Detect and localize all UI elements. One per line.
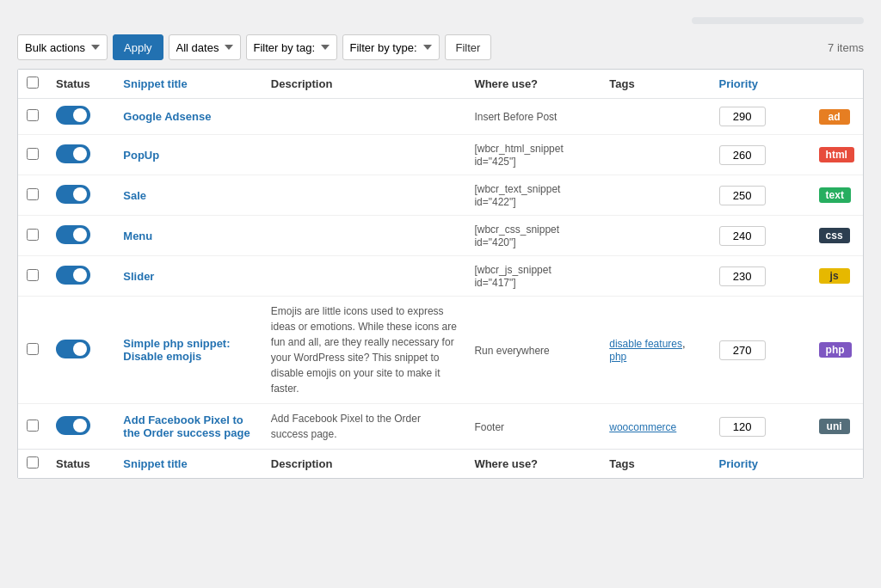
snippet-title-link[interactable]: Simple php snippet: Disable emojis <box>123 337 230 363</box>
select-all-checkbox[interactable] <box>27 77 39 89</box>
row-status-cell <box>47 175 114 216</box>
priority-input[interactable] <box>719 107 766 126</box>
row-priority-cell <box>711 216 810 256</box>
footer-status: Status <box>47 450 114 479</box>
row-priority-cell <box>711 256 810 297</box>
filter-by-type-select[interactable]: Filter by type: <box>342 34 440 60</box>
row-checkbox-cell <box>18 297 47 404</box>
snippet-title-link[interactable]: PopUp <box>123 149 159 162</box>
priority-input[interactable] <box>719 186 766 205</box>
row-where-use-cell: [wbcr_html_snippet id="425"] <box>465 135 601 175</box>
row-checkbox[interactable] <box>27 188 39 200</box>
snippet-title-link[interactable]: Google Adsense <box>123 110 211 123</box>
priority-input[interactable] <box>719 145 766 165</box>
row-badge-cell: php <box>810 297 863 404</box>
header-priority: Priority <box>711 70 810 99</box>
row-priority-cell <box>711 297 810 404</box>
row-priority-cell <box>711 175 810 216</box>
row-checkbox[interactable] <box>27 229 39 241</box>
row-tags-cell <box>601 175 710 216</box>
header-where-use: Where use? <box>465 70 601 99</box>
row-status-cell <box>47 99 114 135</box>
header-status: Status <box>47 70 114 99</box>
row-priority-cell <box>711 135 810 175</box>
footer-select-all-checkbox[interactable] <box>27 456 39 469</box>
row-tags-cell <box>601 256 710 297</box>
bulk-actions-select[interactable]: Bulk actions <box>17 34 108 60</box>
row-description-cell <box>262 216 466 256</box>
status-toggle[interactable] <box>56 225 90 244</box>
row-description-text: Add Facebook Pixel to the Order success … <box>271 413 421 440</box>
row-tags-cell <box>601 216 710 256</box>
type-badge: css <box>819 228 850 243</box>
table-row: Simple php snippet: Disable emojisEmojis… <box>18 297 863 404</box>
row-tags-cell: woocommerce <box>601 404 710 450</box>
row-checkbox-cell <box>18 175 47 216</box>
row-checkbox-cell <box>18 256 47 297</box>
all-dates-select[interactable]: All dates <box>169 34 241 60</box>
row-where-use-text: [wbcr_js_snippet id="417"] <box>474 264 551 289</box>
row-title-cell: Sale <box>114 175 262 216</box>
row-where-use-cell: [wbcr_js_snippet id="417"] <box>465 256 601 297</box>
row-badge-cell: ad <box>810 99 863 135</box>
item-count: 7 items <box>828 41 864 54</box>
table-header-row: Status Snippet title Description Where u… <box>18 70 863 99</box>
tag-link[interactable]: woocommerce <box>609 421 676 433</box>
priority-input[interactable] <box>719 226 766 246</box>
row-status-cell <box>47 216 114 256</box>
filter-button[interactable]: Filter <box>445 34 492 60</box>
status-toggle[interactable] <box>56 106 90 125</box>
row-priority-cell <box>711 404 810 450</box>
row-title-cell: Menu <box>114 216 262 256</box>
scrollbar-hint <box>692 17 864 24</box>
status-toggle[interactable] <box>56 144 90 163</box>
row-checkbox[interactable] <box>27 269 39 281</box>
row-where-use-cell: Run everywhere <box>465 297 601 404</box>
table-row: Menu[wbcr_css_snippet id="420"]css <box>18 216 863 256</box>
row-tags-cell <box>601 99 710 135</box>
snippet-title-link[interactable]: Menu <box>123 230 152 242</box>
row-where-use-text: [wbcr_html_snippet id="425"] <box>474 143 563 168</box>
row-checkbox-cell <box>18 216 47 256</box>
priority-input[interactable] <box>719 266 766 286</box>
status-toggle[interactable] <box>56 266 90 285</box>
apply-button[interactable]: Apply <box>113 34 163 60</box>
snippet-title-link[interactable]: Slider <box>123 270 154 283</box>
row-tags-cell <box>601 135 710 175</box>
snippet-title-link[interactable]: Sale <box>123 189 146 202</box>
type-badge: uni <box>819 419 850 434</box>
tag-link[interactable]: php <box>609 351 626 363</box>
row-priority-cell <box>711 99 810 135</box>
header-checkbox-cell <box>18 70 47 99</box>
row-checkbox[interactable] <box>27 109 39 121</box>
priority-input[interactable] <box>719 417 766 437</box>
type-badge: js <box>819 268 850 284</box>
filter-by-tag-select[interactable]: Filter by tag: <box>246 34 337 60</box>
row-where-use-text: Run everywhere <box>474 345 549 357</box>
footer-checkbox-cell <box>18 450 47 479</box>
status-toggle[interactable] <box>56 185 90 204</box>
row-title-cell: PopUp <box>114 135 262 175</box>
row-status-cell <box>47 135 114 175</box>
table-footer-row: Status Snippet title Description Where u… <box>18 450 863 479</box>
status-toggle[interactable] <box>56 340 90 358</box>
row-checkbox[interactable] <box>27 420 39 432</box>
row-checkbox[interactable] <box>27 148 39 160</box>
row-checkbox[interactable] <box>27 343 39 355</box>
row-tags-cell: disable features, php <box>601 297 710 404</box>
snippet-title-link[interactable]: Add Facebook Pixel to the Order success … <box>123 413 250 439</box>
status-toggle[interactable] <box>56 416 90 435</box>
priority-input[interactable] <box>719 340 766 360</box>
row-description-cell: Emojis are little icons used to express … <box>262 297 466 404</box>
toolbar: Bulk actions Apply All dates Filter by t… <box>17 34 864 60</box>
row-description-cell <box>262 175 466 216</box>
snippets-table: Status Snippet title Description Where u… <box>18 70 863 478</box>
row-status-cell <box>47 256 114 297</box>
row-where-use-text: [wbcr_text_snippet id="422"] <box>474 183 560 208</box>
tag-link[interactable]: disable features <box>609 338 682 350</box>
row-checkbox-cell <box>18 99 47 135</box>
header-tags: Tags <box>601 70 710 99</box>
table-row: Sale[wbcr_text_snippet id="422"]text <box>18 175 863 216</box>
row-badge-cell: js <box>810 256 863 297</box>
row-title-cell: Simple php snippet: Disable emojis <box>114 297 262 404</box>
